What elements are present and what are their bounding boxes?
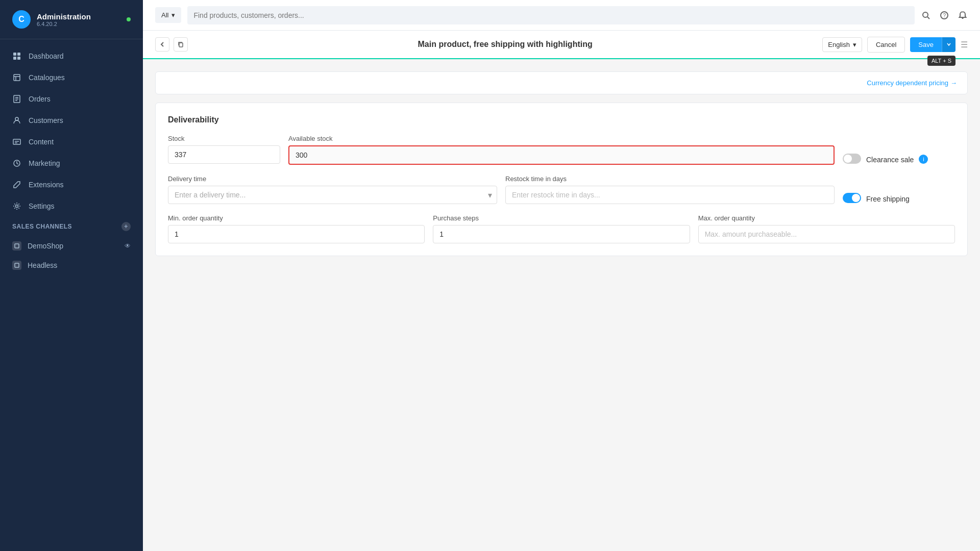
orders-icon [12, 94, 21, 104]
demoshop-actions: 👁 [125, 242, 131, 249]
sidebar-item-content[interactable]: Content [0, 131, 143, 153]
language-label: English [828, 41, 850, 48]
free-shipping-toggle-slider [843, 193, 861, 203]
sidebar-item-orders[interactable]: Orders [0, 88, 143, 110]
search-input-wrap [187, 6, 915, 24]
search-icon[interactable] [921, 10, 931, 20]
topbar: All ▾ ? [143, 0, 980, 31]
min-order-qty-input[interactable] [168, 225, 425, 243]
demoshop-eye-icon[interactable]: 👁 [125, 242, 131, 249]
svg-rect-4 [14, 74, 20, 81]
dashboard-icon [12, 52, 21, 61]
sidebar-nav: Dashboard Catalogues Orders Customers Co… [0, 39, 143, 551]
sidebar-item-dashboard[interactable]: Dashboard [0, 45, 143, 67]
add-sales-channel-button[interactable]: + [121, 222, 131, 231]
page-title: Main product, free shipping with highlig… [188, 40, 822, 49]
sidebar: C Administration 6.4.20.2 Dashboard Cata… [0, 0, 143, 551]
deliverability-title: Deliverability [168, 115, 955, 124]
list-view-icon[interactable]: ☰ [961, 40, 968, 49]
quantity-row: Min. order quantity Purchase steps Max. … [168, 214, 955, 243]
clearance-sale-label: Clearance sale [866, 156, 914, 164]
svg-text:?: ? [943, 13, 946, 18]
purchase-steps-input[interactable] [433, 225, 690, 243]
sidebar-item-extensions[interactable]: Extensions [0, 174, 143, 195]
save-button[interactable]: Save [910, 37, 942, 52]
sidebar-item-label: Settings [29, 202, 55, 210]
clearance-sale-toggle-slider [843, 154, 861, 164]
svg-line-20 [927, 17, 929, 19]
max-order-qty-label: Max. order quantity [698, 214, 955, 222]
back-button[interactable] [155, 37, 169, 52]
currency-pricing-bar: Currency dependent pricing → [155, 71, 968, 94]
extensions-icon [12, 180, 21, 189]
sidebar-item-customers[interactable]: Customers [0, 110, 143, 131]
sidebar-item-catalogues[interactable]: Catalogues [0, 67, 143, 88]
purchase-steps-group: Purchase steps [433, 214, 690, 243]
language-selector[interactable]: English ▾ [822, 37, 862, 52]
svg-rect-0 [13, 53, 16, 56]
min-order-qty-group: Min. order quantity [168, 214, 425, 243]
max-order-qty-group: Max. order quantity [698, 214, 955, 243]
svg-rect-1 [17, 53, 20, 56]
sales-channel-headless[interactable]: Headless [0, 256, 143, 275]
page-header: Main product, free shipping with highlig… [143, 31, 980, 59]
free-shipping-label: Free shipping [866, 195, 910, 203]
demoshop-label: DemoShop [28, 242, 63, 250]
free-shipping-group: Free shipping [843, 175, 955, 204]
connection-status-indicator [127, 17, 131, 21]
notification-icon[interactable] [958, 10, 968, 20]
stock-input[interactable] [168, 145, 280, 164]
stock-row: Stock Available stock Clearance sale i [168, 135, 955, 165]
page-header-actions: English ▾ Cancel Save ALT + S ☰ [822, 37, 968, 53]
topbar-actions: ? [921, 10, 968, 20]
restock-time-group: Restock time in days [505, 175, 835, 204]
search-filter-label: All [161, 11, 168, 19]
restock-time-input[interactable] [505, 186, 835, 204]
settings-icon [12, 202, 21, 211]
help-icon[interactable]: ? [939, 10, 949, 20]
clearance-sale-info-icon[interactable]: i [919, 155, 928, 164]
restock-time-label: Restock time in days [505, 175, 835, 183]
app-version: 6.4.20.2 [37, 21, 91, 27]
marketing-icon [12, 159, 21, 168]
sidebar-item-settings[interactable]: Settings [0, 195, 143, 217]
svg-rect-17 [15, 244, 19, 248]
catalogues-icon [12, 73, 21, 82]
cancel-button[interactable]: Cancel [867, 37, 905, 53]
content-icon [12, 137, 21, 146]
delivery-time-select[interactable]: Enter a delivery time... [168, 186, 497, 204]
svg-point-11 [15, 117, 18, 120]
sidebar-item-label: Customers [29, 116, 63, 124]
svg-rect-3 [17, 57, 20, 60]
max-order-qty-input[interactable] [698, 225, 955, 243]
copy-button[interactable] [174, 37, 188, 52]
sidebar-item-label: Dashboard [29, 52, 64, 60]
search-input[interactable] [193, 11, 909, 19]
available-stock-group: Available stock [288, 135, 835, 165]
min-order-qty-label: Min. order quantity [168, 214, 425, 222]
currency-dependent-pricing-link[interactable]: Currency dependent pricing → [867, 79, 957, 87]
page-header-nav [155, 37, 188, 52]
headless-icon [12, 261, 21, 270]
clearance-sale-toggle[interactable] [843, 154, 861, 164]
sidebar-header: C Administration 6.4.20.2 [0, 0, 143, 39]
sidebar-item-marketing[interactable]: Marketing [0, 153, 143, 174]
deliverability-section: Deliverability Stock Available stock Cle… [155, 103, 968, 256]
purchase-steps-label: Purchase steps [433, 214, 690, 222]
app-info: Administration 6.4.20.2 [37, 12, 91, 27]
free-shipping-toggle[interactable] [843, 193, 861, 203]
search-filter-button[interactable]: All ▾ [155, 7, 181, 23]
svg-rect-24 [179, 43, 183, 47]
svg-point-16 [16, 205, 18, 208]
demoshop-icon [12, 241, 21, 251]
stock-label: Stock [168, 135, 280, 142]
save-dropdown-button[interactable] [942, 37, 955, 52]
main-content: Currency dependent pricing → Deliverabil… [143, 59, 980, 551]
sales-channels-label: Sales Channels [12, 223, 72, 230]
chevron-down-icon: ▾ [172, 11, 175, 19]
headless-label: Headless [28, 261, 57, 269]
sidebar-item-label: Content [29, 138, 54, 146]
sales-channel-demoshop[interactable]: DemoShop 👁 [0, 236, 143, 256]
available-stock-input[interactable] [288, 145, 835, 165]
sidebar-item-label: Marketing [29, 159, 60, 167]
